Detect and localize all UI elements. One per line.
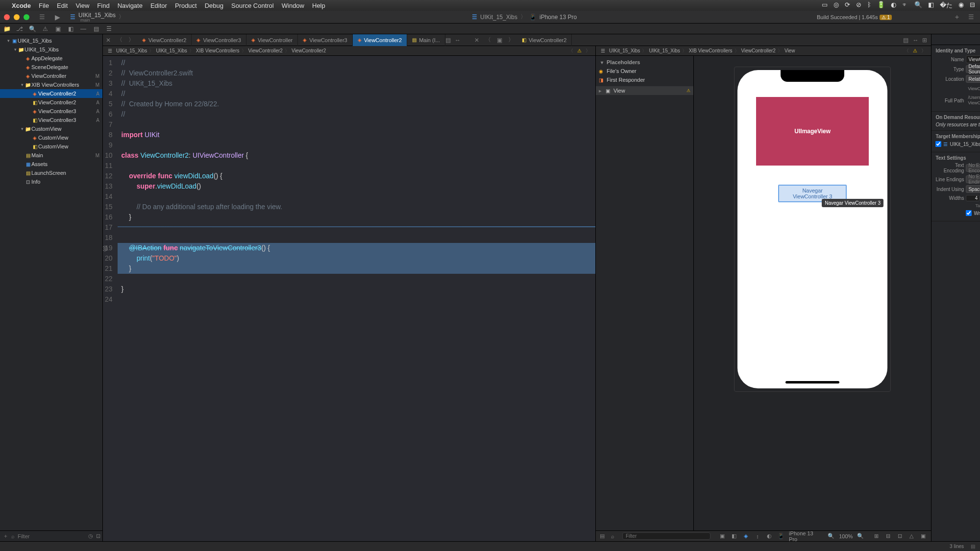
menu-file[interactable]: File <box>39 2 49 9</box>
menu-find[interactable]: Find <box>97 2 109 9</box>
test-navigator-icon[interactable]: ◧ <box>67 25 74 32</box>
history-forward-icon[interactable]: 〉 <box>125 36 137 44</box>
scheme-selector[interactable]: ☰ UIKit_15_Xibs main 〉 <box>70 12 124 23</box>
canvas[interactable]: UIImageView Navegar ViewController 3 Nav… <box>694 56 931 530</box>
breakpoint-navigator-icon[interactable]: ▤ <box>92 25 100 32</box>
battery-icon[interactable]: 🔋 <box>877 1 885 10</box>
add-file-icon[interactable]: ＋ <box>3 532 8 540</box>
tree-row[interactable]: ◧ViewController3A <box>0 116 102 124</box>
tree-row[interactable]: ◈ViewController2A <box>0 89 102 98</box>
zoom-in-icon[interactable]: 🔍 <box>857 533 864 539</box>
uiimageview[interactable]: UIImageView <box>756 97 869 166</box>
code-line[interactable] <box>118 161 595 171</box>
editor-tab[interactable]: ▤Main (I... <box>407 34 445 46</box>
menu-debug[interactable]: Debug <box>205 2 223 9</box>
tree-row[interactable]: ◈ViewController3A <box>0 107 102 116</box>
constraints-icon[interactable]: ⊞ <box>872 533 880 539</box>
name-field[interactable]: ViewController2.swift <box>966 55 980 63</box>
scm-filter-icon[interactable]: ⊡ <box>96 533 100 539</box>
zoom-level[interactable]: 100% <box>839 533 853 539</box>
jump-bar-left[interactable]: ☰ UIKit_15_Xibs〉UIKit_15_Xibs〉XIB ViewCo… <box>103 46 595 56</box>
report-navigator-icon[interactable]: ☰ <box>105 25 113 32</box>
issue-indicator-icon[interactable]: ⚠ <box>575 48 584 53</box>
control-center-icon[interactable]: �た <box>940 1 953 10</box>
add-editor-icon[interactable]: ⊞ <box>922 37 927 44</box>
code-line[interactable]: // <box>118 109 595 120</box>
history-back-icon[interactable]: 〈 <box>114 36 125 44</box>
embed-icon[interactable]: ▣ <box>919 533 927 539</box>
menu-editor[interactable]: Editor <box>150 2 167 9</box>
tree-row[interactable]: ◈CustomView <box>0 133 102 142</box>
canvas-icon[interactable]: ↕ <box>754 533 761 539</box>
resolve-icon[interactable]: △ <box>907 533 915 539</box>
canvas-icon[interactable]: 📱 <box>777 533 785 539</box>
code-line[interactable]: } <box>118 212 595 222</box>
notifications-icon[interactable]: ⊟ <box>970 1 975 10</box>
editor-layout-icon[interactable]: ▤ <box>445 37 451 44</box>
indent-select[interactable]: Spaces <box>966 185 980 193</box>
tree-row[interactable]: ◈SceneDelegate <box>0 63 102 72</box>
zoom-out-icon[interactable]: 🔍 <box>827 533 835 539</box>
tree-row[interactable]: ◧ViewController2A <box>0 98 102 107</box>
editor-tab[interactable]: ◈ViewController3 <box>298 34 352 46</box>
code-line[interactable]: super.viewDidLoad() <box>118 181 595 192</box>
window-close-button[interactable] <box>4 14 10 20</box>
history-back-icon[interactable]: 〈 <box>482 36 494 44</box>
tree-row[interactable]: ▾📁XIB ViewControllersM <box>0 80 102 89</box>
code-line[interactable]: // Created by Home on 22/8/22. <box>118 99 595 109</box>
document-outline[interactable]: ▾Placeholders ◉File's Owner ◨First Respo… <box>596 56 694 530</box>
menu-sourcecontrol[interactable]: Source Control <box>231 2 274 9</box>
view-row[interactable]: ▸▣View⚠ <box>596 86 693 95</box>
canvas-icon[interactable]: ▣ <box>718 533 726 539</box>
wifi-icon[interactable]: ᯤ <box>902 1 908 10</box>
editor-tab[interactable]: ◈ViewController <box>246 34 298 46</box>
source-control-navigator-icon[interactable]: ⎇ <box>16 25 24 32</box>
tree-row[interactable]: ◈ViewControllerM <box>0 72 102 80</box>
history-forward-icon[interactable]: 〉 <box>505 36 517 44</box>
pin-icon[interactable]: ⊡ <box>896 533 904 539</box>
code-line[interactable]: // <box>118 89 595 99</box>
canvas-icon[interactable]: ◈ <box>742 533 750 539</box>
tree-row[interactable]: ▤MainM <box>0 151 102 160</box>
statusbar-icon[interactable]: ▤ <box>971 544 975 549</box>
menu-navigate[interactable]: Navigate <box>118 2 143 9</box>
editor-tab[interactable]: ◧ViewController2 <box>517 34 572 46</box>
editor-tab[interactable]: ◈ViewController2 <box>353 34 407 46</box>
menubar-icon[interactable]: ◐ <box>891 1 896 10</box>
active-scheme[interactable]: UIKit_15_Xibs <box>480 14 517 21</box>
canvas-icon[interactable]: ◐ <box>765 533 773 539</box>
recent-filter-icon[interactable]: ◷ <box>88 533 93 539</box>
search-icon[interactable]: 🔍 <box>914 1 922 10</box>
menubar-icon[interactable]: ⟳ <box>845 1 850 10</box>
encoding-select[interactable]: No Explicit Encoding <box>966 164 980 172</box>
bluetooth-icon[interactable]: ᛒ <box>867 1 871 10</box>
issue-navigator-icon[interactable]: ▣ <box>54 25 62 32</box>
target-checkbox[interactable] <box>935 141 941 147</box>
lineendings-select[interactable]: No Explicit Line Endings <box>966 175 980 183</box>
menu-view[interactable]: View <box>75 2 89 9</box>
tab-width-field[interactable]: 4 <box>966 195 980 201</box>
code-line[interactable] <box>118 233 595 243</box>
code-line[interactable]: // <box>118 58 595 68</box>
code-line[interactable] <box>118 294 595 305</box>
menu-help[interactable]: Help <box>312 2 325 9</box>
outline-filter-input[interactable] <box>622 532 710 540</box>
menubar-app[interactable]: Xcode <box>12 2 31 9</box>
code-line[interactable]: print("TODO") <box>118 253 595 264</box>
code-line[interactable]: // UIKit_15_Xibs <box>118 78 595 89</box>
editor-layout-icon[interactable]: ▤ <box>903 37 908 44</box>
tree-row[interactable]: ▦Assets <box>0 160 102 168</box>
inspector-toggle-icon[interactable]: ☰ <box>968 13 974 21</box>
code-line[interactable] <box>118 192 595 202</box>
canvas-device[interactable]: iPhone 13 Pro <box>789 530 819 542</box>
code-line[interactable] <box>118 222 595 233</box>
code-line[interactable]: // ViewController2.swift <box>118 68 595 78</box>
debug-navigator-icon[interactable]: — <box>79 25 87 32</box>
run-destination[interactable]: iPhone 13 Pro <box>539 14 577 21</box>
tab-close-icon[interactable]: ✕ <box>471 37 482 44</box>
jump-bar-right[interactable]: ☰ UIKit_15_Xibs〉UIKit_15_Xibs〉XIB ViewCo… <box>596 46 931 56</box>
code-view[interactable]: 123456789101112131415161718◎192021222324… <box>103 56 595 541</box>
canvas-icon[interactable]: ◧ <box>730 533 738 539</box>
outline-toggle-icon[interactable]: ▤ <box>600 533 605 539</box>
tree-row[interactable]: ▾▣UIKit_15_Xibs <box>0 36 102 45</box>
